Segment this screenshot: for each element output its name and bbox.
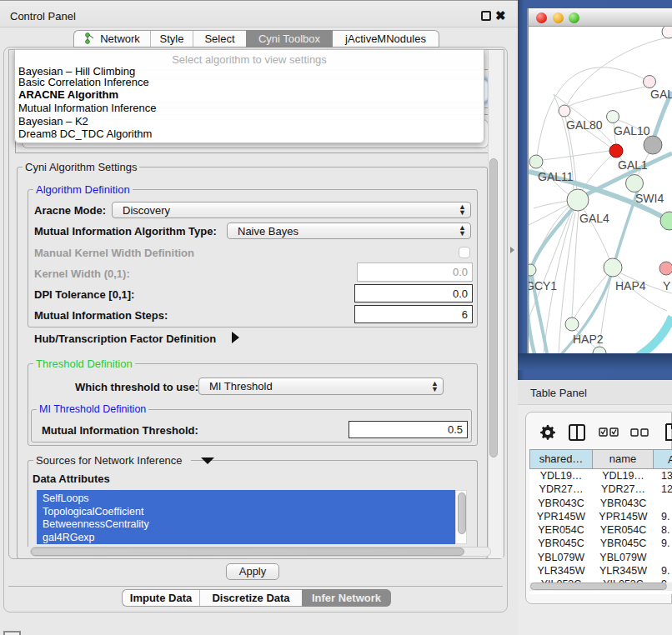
svg-text:GAL10: GAL10 xyxy=(614,124,650,138)
svg-text:GAL7: GAL7 xyxy=(650,88,672,101)
svg-text:SWI4: SWI4 xyxy=(635,192,664,205)
svg-text:HAP4: HAP4 xyxy=(615,279,646,292)
svg-text:Y: Y xyxy=(663,279,671,292)
svg-text:GAL1: GAL1 xyxy=(618,158,648,172)
svg-text:GAL4: GAL4 xyxy=(579,212,609,225)
svg-text:GCY1: GCY1 xyxy=(529,279,557,292)
svg-text:HAP2: HAP2 xyxy=(573,332,604,346)
svg-text:GAL11: GAL11 xyxy=(538,170,574,183)
svg-text:GAL80: GAL80 xyxy=(566,118,603,132)
